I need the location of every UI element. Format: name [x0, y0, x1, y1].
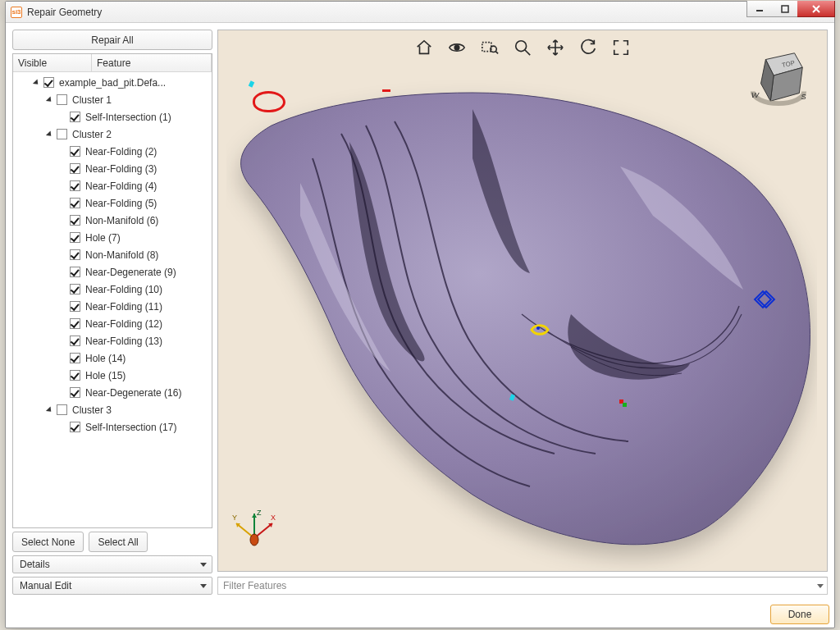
visibility-checkbox[interactable] — [70, 336, 80, 346]
tree-item[interactable]: Hole (14) — [13, 349, 212, 367]
column-header-feature[interactable]: Feature — [92, 54, 212, 71]
visibility-checkbox[interactable] — [70, 301, 80, 312]
visibility-checkbox[interactable] — [70, 318, 80, 329]
tree-item[interactable]: Near-Folding (11) — [13, 298, 212, 315]
axis-gizmo: X Y Z — [230, 505, 279, 555]
visibility-checkbox[interactable] — [70, 353, 80, 363]
visibility-checkbox[interactable] — [57, 404, 67, 415]
svg-point-2 — [536, 326, 540, 330]
window-title: Repair Geometry — [27, 7, 102, 18]
chevron-down-icon — [200, 584, 207, 588]
tree-item[interactable]: Near-Degenerate (16) — [13, 384, 212, 401]
svg-rect-4 — [482, 43, 491, 52]
tree-item-label: example_bad_pit.Defa... — [57, 77, 166, 89]
rotate-icon[interactable] — [579, 39, 597, 59]
tree-item[interactable]: Self-Intersection (17) — [13, 418, 212, 436]
tree-item[interactable]: Near-Folding (4) — [13, 177, 212, 194]
terrain-mesh — [226, 68, 817, 572]
tree-item[interactable]: Near-Folding (5) — [13, 194, 212, 212]
zoom-box-icon[interactable] — [481, 39, 499, 59]
tree-item-label: Self-Intersection (1) — [83, 112, 171, 123]
expand-toggle-icon[interactable] — [46, 96, 53, 103]
expand-toggle-icon[interactable] — [46, 406, 53, 413]
visibility-checkbox[interactable] — [70, 387, 80, 398]
tree-item[interactable]: Near-Folding (13) — [13, 332, 212, 349]
close-button[interactable] — [797, 1, 835, 17]
visibility-checkbox[interactable] — [70, 112, 80, 122]
repair-all-button[interactable]: Repair All — [12, 30, 212, 50]
minimize-button[interactable] — [746, 1, 773, 17]
svg-point-3 — [454, 45, 459, 50]
tree-item[interactable]: Near-Folding (10) — [13, 281, 212, 298]
tree-item-label: Hole (7) — [83, 232, 121, 244]
visibility-checkbox[interactable] — [70, 267, 80, 277]
visibility-checkbox[interactable] — [70, 180, 80, 191]
eye-icon[interactable] — [448, 39, 466, 59]
tree-item[interactable]: Non-Manifold (6) — [13, 212, 212, 229]
expand-toggle-icon[interactable] — [33, 79, 40, 86]
visibility-checkbox[interactable] — [70, 422, 80, 432]
feature-marker — [619, 399, 627, 407]
tree-item-label: Non-Manifold (6) — [83, 215, 158, 226]
feature-marker — [382, 89, 390, 92]
tree-item-label: Near-Folding (10) — [83, 284, 162, 295]
manual-edit-dropdown[interactable]: Manual Edit — [12, 577, 212, 595]
visibility-checkbox[interactable] — [70, 198, 80, 208]
select-none-button[interactable]: Select None — [12, 532, 84, 552]
pan-icon[interactable] — [546, 39, 564, 59]
viewport-3d[interactable]: TOP W S X Y Z — [217, 30, 828, 572]
visibility-checkbox[interactable] — [70, 163, 80, 174]
tree-item-label: Cluster 3 — [70, 404, 112, 416]
expand-toggle-icon[interactable] — [46, 130, 53, 138]
feature-marker — [756, 293, 769, 304]
svg-text:S: S — [801, 92, 806, 101]
tree-cluster[interactable]: Cluster 2 — [13, 126, 212, 143]
home-icon[interactable] — [415, 39, 433, 59]
svg-text:Y: Y — [232, 514, 237, 522]
selected-feature-marker — [530, 322, 550, 337]
visibility-checkbox[interactable] — [70, 215, 80, 226]
tree-cluster[interactable]: Cluster 3 — [13, 401, 212, 418]
tree-item[interactable]: Self-Intersection (1) — [13, 108, 212, 126]
visibility-checkbox[interactable] — [57, 94, 67, 105]
zoom-icon[interactable] — [514, 39, 532, 59]
tree-item[interactable]: Hole (15) — [13, 367, 212, 384]
svg-rect-1 — [782, 6, 788, 12]
tree-item-label: Near-Folding (3) — [83, 163, 157, 175]
tree-item-label: Cluster 2 — [70, 129, 112, 140]
tree-item[interactable]: Near-Folding (3) — [13, 160, 212, 177]
tree-root[interactable]: example_bad_pit.Defa... — [13, 74, 212, 91]
visibility-checkbox[interactable] — [43, 77, 54, 88]
column-header-visible[interactable]: Visible — [13, 54, 92, 71]
fullscreen-icon[interactable] — [612, 39, 630, 59]
tree-item[interactable]: Non-Manifold (8) — [13, 246, 212, 263]
visibility-checkbox[interactable] — [57, 129, 67, 139]
tree-item-label: Near-Degenerate (16) — [83, 387, 181, 399]
tree-item-label: Hole (14) — [83, 353, 126, 364]
orientation-cube[interactable]: TOP W S — [746, 45, 810, 119]
hole-marker — [253, 91, 285, 112]
svg-text:X: X — [271, 514, 276, 522]
tree-item-label: Near-Folding (2) — [83, 146, 157, 158]
visibility-checkbox[interactable] — [70, 284, 80, 294]
tree-item[interactable]: Hole (7) — [13, 229, 212, 246]
visibility-checkbox[interactable] — [70, 232, 80, 243]
filter-features-input[interactable]: Filter Features — [217, 577, 828, 595]
repair-geometry-dialog: si3 Repair Geometry Repair All Visible F… — [5, 1, 835, 628]
tree-item[interactable]: Near-Folding (2) — [13, 143, 212, 160]
details-dropdown[interactable]: Details — [12, 555, 212, 573]
maximize-button[interactable] — [772, 1, 798, 17]
select-all-button[interactable]: Select All — [89, 532, 147, 552]
visibility-checkbox[interactable] — [70, 146, 80, 157]
svg-text:W: W — [751, 90, 760, 99]
svg-text:Z: Z — [257, 509, 262, 517]
app-icon: si3 — [11, 7, 22, 18]
visibility-checkbox[interactable] — [70, 370, 80, 381]
chevron-down-icon — [200, 563, 207, 567]
tree-cluster[interactable]: Cluster 1 — [13, 91, 212, 108]
done-button[interactable]: Done — [770, 605, 829, 624]
tree-item[interactable]: Near-Folding (12) — [13, 315, 212, 332]
visibility-checkbox[interactable] — [70, 249, 80, 260]
tree-item[interactable]: Near-Degenerate (9) — [13, 263, 212, 281]
titlebar[interactable]: si3 Repair Geometry — [6, 2, 834, 23]
